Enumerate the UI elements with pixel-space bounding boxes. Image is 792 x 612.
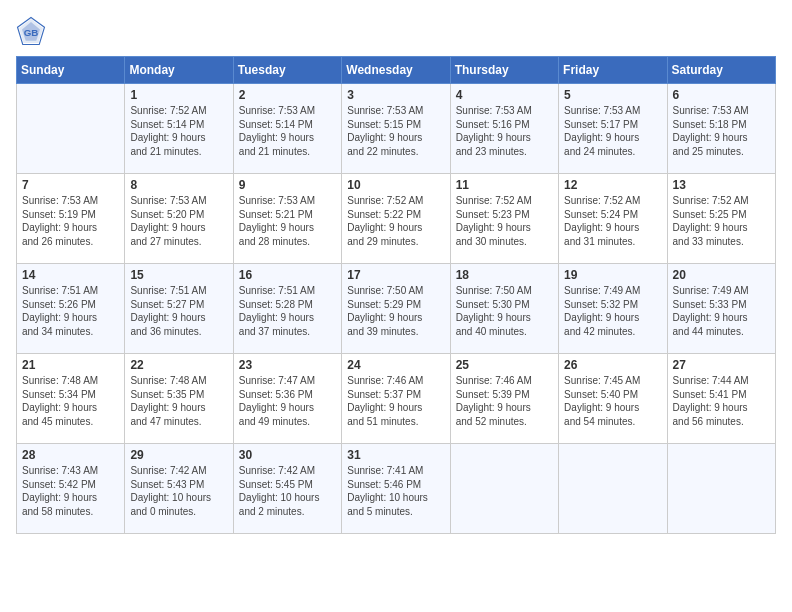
calendar-cell: 19Sunrise: 7:49 AM Sunset: 5:32 PM Dayli… bbox=[559, 264, 667, 354]
calendar-table: SundayMondayTuesdayWednesdayThursdayFrid… bbox=[16, 56, 776, 534]
day-number: 29 bbox=[130, 448, 227, 462]
day-info: Sunrise: 7:53 AM Sunset: 5:17 PM Dayligh… bbox=[564, 104, 661, 158]
day-number: 25 bbox=[456, 358, 553, 372]
day-info: Sunrise: 7:41 AM Sunset: 5:46 PM Dayligh… bbox=[347, 464, 444, 518]
day-info: Sunrise: 7:49 AM Sunset: 5:33 PM Dayligh… bbox=[673, 284, 770, 338]
day-number: 5 bbox=[564, 88, 661, 102]
header-cell-thursday: Thursday bbox=[450, 57, 558, 84]
day-info: Sunrise: 7:53 AM Sunset: 5:20 PM Dayligh… bbox=[130, 194, 227, 248]
calendar-cell: 24Sunrise: 7:46 AM Sunset: 5:37 PM Dayli… bbox=[342, 354, 450, 444]
day-info: Sunrise: 7:48 AM Sunset: 5:35 PM Dayligh… bbox=[130, 374, 227, 428]
day-info: Sunrise: 7:45 AM Sunset: 5:40 PM Dayligh… bbox=[564, 374, 661, 428]
svg-text:GB: GB bbox=[24, 27, 39, 38]
calendar-week-4: 28Sunrise: 7:43 AM Sunset: 5:42 PM Dayli… bbox=[17, 444, 776, 534]
day-info: Sunrise: 7:52 AM Sunset: 5:23 PM Dayligh… bbox=[456, 194, 553, 248]
calendar-cell: 25Sunrise: 7:46 AM Sunset: 5:39 PM Dayli… bbox=[450, 354, 558, 444]
calendar-cell: 7Sunrise: 7:53 AM Sunset: 5:19 PM Daylig… bbox=[17, 174, 125, 264]
day-number: 12 bbox=[564, 178, 661, 192]
calendar-cell: 10Sunrise: 7:52 AM Sunset: 5:22 PM Dayli… bbox=[342, 174, 450, 264]
day-number: 27 bbox=[673, 358, 770, 372]
day-info: Sunrise: 7:50 AM Sunset: 5:29 PM Dayligh… bbox=[347, 284, 444, 338]
day-info: Sunrise: 7:43 AM Sunset: 5:42 PM Dayligh… bbox=[22, 464, 119, 518]
day-number: 24 bbox=[347, 358, 444, 372]
day-info: Sunrise: 7:51 AM Sunset: 5:26 PM Dayligh… bbox=[22, 284, 119, 338]
day-info: Sunrise: 7:50 AM Sunset: 5:30 PM Dayligh… bbox=[456, 284, 553, 338]
day-info: Sunrise: 7:46 AM Sunset: 5:37 PM Dayligh… bbox=[347, 374, 444, 428]
day-number: 20 bbox=[673, 268, 770, 282]
calendar-cell: 1Sunrise: 7:52 AM Sunset: 5:14 PM Daylig… bbox=[125, 84, 233, 174]
day-number: 7 bbox=[22, 178, 119, 192]
calendar-week-0: 1Sunrise: 7:52 AM Sunset: 5:14 PM Daylig… bbox=[17, 84, 776, 174]
calendar-cell: 2Sunrise: 7:53 AM Sunset: 5:14 PM Daylig… bbox=[233, 84, 341, 174]
day-number: 30 bbox=[239, 448, 336, 462]
header-row: SundayMondayTuesdayWednesdayThursdayFrid… bbox=[17, 57, 776, 84]
calendar-week-1: 7Sunrise: 7:53 AM Sunset: 5:19 PM Daylig… bbox=[17, 174, 776, 264]
calendar-cell bbox=[667, 444, 775, 534]
day-number: 18 bbox=[456, 268, 553, 282]
day-number: 11 bbox=[456, 178, 553, 192]
header-cell-friday: Friday bbox=[559, 57, 667, 84]
day-info: Sunrise: 7:53 AM Sunset: 5:18 PM Dayligh… bbox=[673, 104, 770, 158]
day-number: 3 bbox=[347, 88, 444, 102]
day-number: 16 bbox=[239, 268, 336, 282]
calendar-cell: 27Sunrise: 7:44 AM Sunset: 5:41 PM Dayli… bbox=[667, 354, 775, 444]
calendar-cell: 9Sunrise: 7:53 AM Sunset: 5:21 PM Daylig… bbox=[233, 174, 341, 264]
calendar-cell: 31Sunrise: 7:41 AM Sunset: 5:46 PM Dayli… bbox=[342, 444, 450, 534]
day-info: Sunrise: 7:52 AM Sunset: 5:22 PM Dayligh… bbox=[347, 194, 444, 248]
header-cell-saturday: Saturday bbox=[667, 57, 775, 84]
day-number: 13 bbox=[673, 178, 770, 192]
day-info: Sunrise: 7:48 AM Sunset: 5:34 PM Dayligh… bbox=[22, 374, 119, 428]
header-cell-tuesday: Tuesday bbox=[233, 57, 341, 84]
day-number: 21 bbox=[22, 358, 119, 372]
day-number: 28 bbox=[22, 448, 119, 462]
day-number: 2 bbox=[239, 88, 336, 102]
calendar-week-3: 21Sunrise: 7:48 AM Sunset: 5:34 PM Dayli… bbox=[17, 354, 776, 444]
page-header: GB bbox=[16, 16, 776, 46]
day-info: Sunrise: 7:52 AM Sunset: 5:24 PM Dayligh… bbox=[564, 194, 661, 248]
calendar-cell: 29Sunrise: 7:42 AM Sunset: 5:43 PM Dayli… bbox=[125, 444, 233, 534]
calendar-cell: 16Sunrise: 7:51 AM Sunset: 5:28 PM Dayli… bbox=[233, 264, 341, 354]
day-number: 9 bbox=[239, 178, 336, 192]
day-number: 15 bbox=[130, 268, 227, 282]
calendar-cell: 14Sunrise: 7:51 AM Sunset: 5:26 PM Dayli… bbox=[17, 264, 125, 354]
day-number: 26 bbox=[564, 358, 661, 372]
day-number: 6 bbox=[673, 88, 770, 102]
day-info: Sunrise: 7:53 AM Sunset: 5:19 PM Dayligh… bbox=[22, 194, 119, 248]
calendar-cell: 26Sunrise: 7:45 AM Sunset: 5:40 PM Dayli… bbox=[559, 354, 667, 444]
calendar-cell bbox=[17, 84, 125, 174]
day-number: 17 bbox=[347, 268, 444, 282]
calendar-cell: 22Sunrise: 7:48 AM Sunset: 5:35 PM Dayli… bbox=[125, 354, 233, 444]
day-number: 10 bbox=[347, 178, 444, 192]
calendar-cell: 4Sunrise: 7:53 AM Sunset: 5:16 PM Daylig… bbox=[450, 84, 558, 174]
day-info: Sunrise: 7:42 AM Sunset: 5:45 PM Dayligh… bbox=[239, 464, 336, 518]
calendar-cell: 17Sunrise: 7:50 AM Sunset: 5:29 PM Dayli… bbox=[342, 264, 450, 354]
day-number: 8 bbox=[130, 178, 227, 192]
calendar-cell bbox=[450, 444, 558, 534]
calendar-cell: 20Sunrise: 7:49 AM Sunset: 5:33 PM Dayli… bbox=[667, 264, 775, 354]
day-info: Sunrise: 7:52 AM Sunset: 5:14 PM Dayligh… bbox=[130, 104, 227, 158]
day-info: Sunrise: 7:44 AM Sunset: 5:41 PM Dayligh… bbox=[673, 374, 770, 428]
day-info: Sunrise: 7:46 AM Sunset: 5:39 PM Dayligh… bbox=[456, 374, 553, 428]
day-number: 14 bbox=[22, 268, 119, 282]
calendar-cell: 5Sunrise: 7:53 AM Sunset: 5:17 PM Daylig… bbox=[559, 84, 667, 174]
calendar-header: SundayMondayTuesdayWednesdayThursdayFrid… bbox=[17, 57, 776, 84]
day-info: Sunrise: 7:42 AM Sunset: 5:43 PM Dayligh… bbox=[130, 464, 227, 518]
calendar-cell: 21Sunrise: 7:48 AM Sunset: 5:34 PM Dayli… bbox=[17, 354, 125, 444]
calendar-cell bbox=[559, 444, 667, 534]
calendar-cell: 28Sunrise: 7:43 AM Sunset: 5:42 PM Dayli… bbox=[17, 444, 125, 534]
header-cell-wednesday: Wednesday bbox=[342, 57, 450, 84]
calendar-cell: 3Sunrise: 7:53 AM Sunset: 5:15 PM Daylig… bbox=[342, 84, 450, 174]
calendar-cell: 13Sunrise: 7:52 AM Sunset: 5:25 PM Dayli… bbox=[667, 174, 775, 264]
calendar-cell: 12Sunrise: 7:52 AM Sunset: 5:24 PM Dayli… bbox=[559, 174, 667, 264]
calendar-cell: 15Sunrise: 7:51 AM Sunset: 5:27 PM Dayli… bbox=[125, 264, 233, 354]
calendar-cell: 6Sunrise: 7:53 AM Sunset: 5:18 PM Daylig… bbox=[667, 84, 775, 174]
header-cell-sunday: Sunday bbox=[17, 57, 125, 84]
logo: GB bbox=[16, 16, 50, 46]
day-number: 19 bbox=[564, 268, 661, 282]
day-info: Sunrise: 7:47 AM Sunset: 5:36 PM Dayligh… bbox=[239, 374, 336, 428]
calendar-cell: 11Sunrise: 7:52 AM Sunset: 5:23 PM Dayli… bbox=[450, 174, 558, 264]
day-number: 1 bbox=[130, 88, 227, 102]
day-info: Sunrise: 7:51 AM Sunset: 5:28 PM Dayligh… bbox=[239, 284, 336, 338]
day-info: Sunrise: 7:53 AM Sunset: 5:16 PM Dayligh… bbox=[456, 104, 553, 158]
day-info: Sunrise: 7:49 AM Sunset: 5:32 PM Dayligh… bbox=[564, 284, 661, 338]
